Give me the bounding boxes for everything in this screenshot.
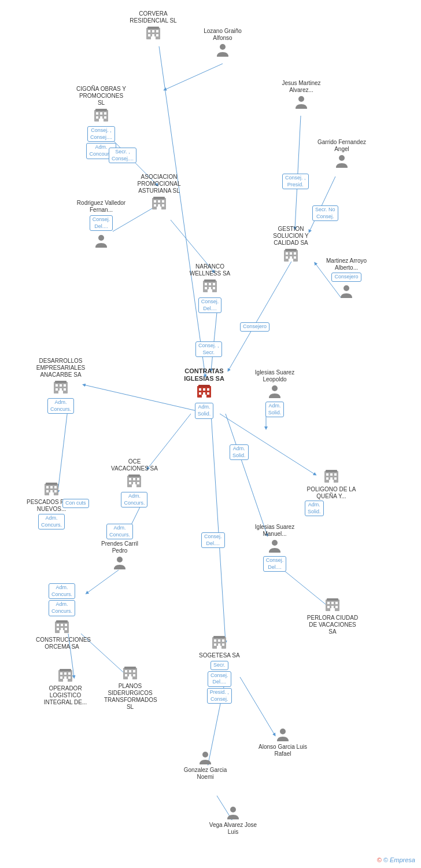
badge-center-consej-del[interactable]: Consej.Del.... — [201, 532, 225, 548]
svg-rect-37 — [96, 112, 98, 115]
badge-center-adm2[interactable]: Adm.Solid. — [230, 444, 249, 460]
node-asociacion: ASOCIACION PROMOCIONAL ASTURIANA SL — [133, 174, 185, 213]
svg-rect-99 — [129, 482, 131, 484]
svg-rect-40 — [96, 116, 98, 119]
svg-rect-105 — [46, 486, 49, 488]
svg-rect-47 — [153, 197, 165, 199]
svg-point-169 — [202, 752, 208, 757]
svg-rect-146 — [214, 643, 216, 646]
svg-rect-125 — [57, 624, 59, 626]
badge-sogetesa-secr[interactable]: Secr. — [211, 661, 228, 670]
badge-garrido-secr[interactable]: Secr. NoConsej. — [312, 205, 338, 221]
badge-center-consej-secr[interactable]: Consej. ,Secr. — [195, 341, 222, 357]
node-oce: OCEVACACIONES SA Adm.Concurs. — [111, 458, 158, 507]
person-icon-lozano — [215, 43, 230, 58]
svg-rect-142 — [213, 636, 225, 638]
badge-prendes-adm[interactable]: Adm.Concurs. — [106, 524, 133, 539]
node-center: CONTRATAS IGLESIAS SA Adm.Solid. — [178, 367, 230, 419]
svg-rect-71 — [205, 287, 207, 289]
svg-rect-32 — [156, 34, 158, 36]
svg-rect-117 — [326, 477, 328, 480]
badge-pescados-adm[interactable]: Adm.Concurs. — [38, 514, 65, 529]
badge-cigona-consej[interactable]: Consej. ,Consej.... — [87, 126, 115, 142]
node-iglesias-manuel: Iglesias Suarez Manuel... Consej.Del.... — [249, 524, 301, 572]
svg-rect-52 — [158, 204, 160, 207]
person-icon-alonso — [275, 727, 290, 742]
svg-rect-128 — [57, 628, 59, 630]
svg-line-14 — [211, 414, 226, 642]
person-icon-garrido — [334, 154, 349, 169]
svg-rect-50 — [162, 200, 164, 203]
svg-rect-76 — [198, 385, 210, 387]
svg-point-55 — [98, 235, 104, 241]
badge-rodriguez-consej[interactable]: Consej.Del.... — [90, 215, 113, 231]
svg-point-121 — [117, 557, 123, 562]
node-rodriguez: Rodriguez Valledor Fernan... Consej.Del.… — [75, 200, 127, 250]
svg-rect-147 — [218, 643, 220, 646]
svg-rect-133 — [327, 598, 338, 601]
svg-rect-43 — [99, 119, 104, 122]
badge-naranco-consej[interactable]: Consej.Del.... — [198, 297, 222, 313]
badge-iglesias-manuel-consej[interactable]: Consej.Del.... — [263, 556, 287, 572]
svg-rect-101 — [137, 482, 139, 484]
svg-rect-143 — [214, 639, 216, 642]
svg-rect-166 — [133, 674, 135, 676]
badge-sogetesa-consej[interactable]: Consej.Del.... — [208, 671, 231, 687]
badge-secr-cigona[interactable]: Secr. ,Consej.... — [109, 148, 136, 163]
badge-construcciones-adm2[interactable]: Adm.Concurs. — [49, 600, 75, 616]
svg-rect-165 — [129, 674, 131, 676]
badge-gestion-consejero[interactable]: Consejero — [240, 322, 269, 332]
svg-rect-57 — [285, 249, 297, 251]
badge-martinez-consejero[interactable]: Consejero — [331, 273, 361, 282]
svg-rect-87 — [56, 384, 58, 387]
svg-rect-67 — [204, 279, 216, 282]
svg-rect-73 — [213, 287, 215, 289]
svg-rect-82 — [207, 392, 209, 395]
svg-rect-160 — [124, 667, 136, 669]
svg-rect-61 — [286, 256, 288, 259]
svg-rect-51 — [154, 204, 156, 207]
node-gestion: GESTION SOLUCION Y CALIDAD SA — [265, 226, 317, 265]
badge-desarrollos-adm[interactable]: Adm.Concurs. — [47, 398, 74, 414]
building-icon-poligono — [323, 469, 339, 485]
svg-point-122 — [272, 540, 278, 546]
badge-iglesias-adm[interactable]: Adm.Solid. — [265, 402, 285, 417]
svg-rect-137 — [327, 606, 330, 608]
svg-rect-164 — [125, 674, 127, 676]
watermark: © © Empresa — [377, 856, 415, 863]
svg-rect-114 — [326, 473, 328, 476]
svg-rect-107 — [54, 486, 57, 488]
badge-con-cuts[interactable]: Con cuts — [62, 499, 89, 508]
svg-rect-119 — [334, 477, 337, 480]
svg-line-7 — [228, 260, 292, 370]
svg-rect-30 — [148, 34, 150, 36]
svg-rect-77 — [199, 388, 201, 391]
svg-rect-139 — [335, 606, 338, 608]
badge-center-adm[interactable]: Adm.Solid. — [195, 403, 214, 418]
svg-rect-54 — [157, 207, 161, 209]
svg-rect-111 — [49, 492, 54, 495]
building-icon-operador — [57, 668, 73, 684]
badge-poligono-adm[interactable]: Adm.Solid. — [305, 501, 324, 516]
badge-oce-adm[interactable]: Adm.Concurs. — [121, 492, 147, 507]
svg-rect-41 — [100, 116, 102, 119]
svg-rect-120 — [329, 480, 334, 483]
svg-rect-42 — [104, 116, 106, 119]
badge-sogetesa-presid[interactable]: Presid. ,Consej. — [207, 688, 232, 704]
svg-point-170 — [230, 807, 236, 812]
building-icon-cigona — [93, 108, 109, 124]
node-garrido: Garrido Fernandez Angel — [316, 139, 368, 170]
svg-line-6 — [309, 176, 335, 231]
building-icon-sogetesa — [211, 635, 227, 651]
svg-line-5 — [295, 116, 301, 229]
person-icon-rodriguez — [94, 234, 109, 249]
badge-construcciones-adm1[interactable]: Adm.Concurs. — [49, 583, 75, 599]
svg-rect-98 — [137, 478, 139, 480]
svg-rect-33 — [151, 36, 156, 39]
svg-line-17 — [87, 570, 119, 593]
svg-rect-93 — [58, 391, 63, 393]
badge-jesus-consej[interactable]: Consej. ,Presid. — [282, 174, 309, 189]
svg-rect-144 — [218, 639, 220, 642]
svg-line-1 — [165, 64, 223, 90]
svg-rect-64 — [289, 259, 293, 262]
